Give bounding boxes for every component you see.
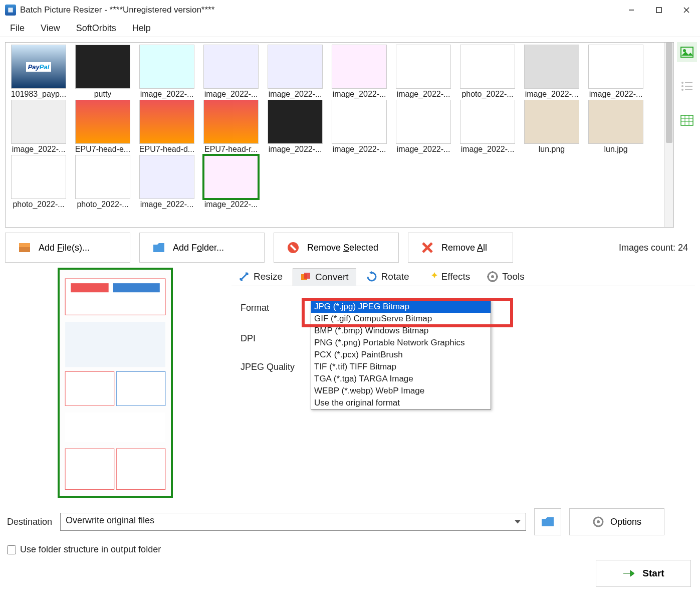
thumbnail-label: image_2022-... [525,90,579,99]
add-files-button[interactable]: Add File(s)... [5,233,130,263]
thumbnail-image [139,155,194,199]
tab-rotate[interactable]: Rotate [359,268,416,286]
svg-rect-30 [116,371,165,406]
format-option[interactable]: Use the original format [311,397,491,409]
thumbnail-image [332,45,387,89]
options-button[interactable]: Options [569,508,664,535]
svg-rect-28 [65,322,165,367]
menu-help[interactable]: Help [125,21,158,36]
remove-icon [286,241,300,255]
thumbnail-image [75,155,130,199]
use-folder-structure-checkbox[interactable] [7,545,16,554]
format-label: Format [241,303,311,313]
svg-rect-31 [65,413,165,442]
svg-rect-26 [71,283,108,292]
folder-icon [152,241,166,255]
thumbnail-item[interactable]: photo_2022-... [456,45,519,99]
thumbnail-item[interactable]: image_2022-... [136,155,198,209]
convert-form: Format Use the original format DPI JPEG … [231,286,695,405]
menu-view[interactable]: View [34,21,67,36]
thumbnail-item[interactable]: EPU7-head-e... [72,100,134,154]
thumbnail-item[interactable]: image_2022-... [200,155,262,209]
thumbnail-label: image_2022-... [397,90,450,99]
thumbnail-label: photo_2022-... [13,200,64,209]
thumbnail-item[interactable]: image_2022-... [521,45,583,99]
thumbnail-item[interactable]: photo_2022-... [72,155,134,209]
remove-all-icon [420,241,434,255]
thumbnail-image [11,100,66,144]
thumbnail-item[interactable]: image_2022-... [328,100,390,154]
thumbnail-item[interactable]: image_2022-... [264,45,326,99]
format-option[interactable]: WEBP (*.webp) WebP Image [311,385,491,397]
folder-open-icon [541,516,555,528]
bottom-panel: Destination Overwrite original files Opt… [0,503,700,592]
thumbnail-image [203,155,259,199]
svg-point-11 [681,89,683,91]
thumbnail-item[interactable]: putty [72,45,134,99]
thumbnail-label: EPU7-head-r... [204,145,258,154]
thumbnail-item[interactable]: image_2022-... [456,100,519,154]
tab-tools[interactable]: Tools [480,268,531,286]
tab-resize[interactable]: Resize [231,268,290,286]
menu-softorbits[interactable]: SoftOrbits [69,21,123,36]
thumbnail-image [75,45,130,89]
thumbnail-item[interactable]: lun.jpg [585,100,647,154]
thumbnail-item[interactable]: image_2022-... [200,45,262,99]
add-folder-button[interactable]: Add Folder... [139,233,265,263]
thumbnail-label: EPU7-head-d... [139,145,194,154]
thumbnail-label: image_2022-... [269,145,322,154]
close-button[interactable] [672,0,700,20]
preview-image [58,268,173,498]
thumbnail-scrollbar[interactable] [664,43,673,227]
tab-effects[interactable]: Effects [419,268,478,286]
remove-all-button[interactable]: Remove All [408,233,513,263]
thumbnail-image: PayPal [11,45,66,89]
thumbnail-label: 101983_payp... [11,90,66,99]
format-option[interactable]: BMP (*.bmp) Windows Bitmap [311,325,491,337]
minimize-button[interactable] [617,0,645,20]
thumbnail-item[interactable]: image_2022-... [392,45,454,99]
tabstrip: Resize Convert Rotate Effects Tools [231,268,695,286]
maximize-button[interactable] [645,0,672,20]
svg-rect-33 [116,449,165,489]
svg-rect-2 [656,8,661,13]
window-title: Batch Picture Resizer - ****Unregistered… [20,5,617,15]
format-option[interactable]: PCX (*.pcx) PaintBrush [311,349,491,361]
thumbnail-item[interactable]: image_2022-... [264,100,326,154]
view-thumbnails-button[interactable] [677,42,697,62]
tab-convert[interactable]: Convert [293,268,356,286]
thumbnail-label: EPU7-head-e... [75,145,130,154]
thumbnail-item[interactable]: PayPal101983_payp... [8,45,70,99]
format-dropdown[interactable]: JPG (*.jpg) JPEG BitmapGIF (*.gif) Compu… [311,300,491,410]
remove-selected-button[interactable]: Remove Selected [274,233,399,263]
format-option[interactable]: JPG (*.jpg) JPEG Bitmap [311,301,491,313]
thumbnail-item[interactable]: image_2022-... [585,45,647,99]
view-list-button[interactable] [677,76,697,96]
view-details-button[interactable] [677,110,697,130]
thumbnail-image [139,45,194,89]
thumbnail-image [460,100,515,144]
browse-folder-button[interactable] [534,508,561,535]
thumbnail-item[interactable]: image_2022-... [328,45,390,99]
format-option[interactable]: TGA (*.tga) TARGA Image [311,373,491,385]
destination-combobox[interactable]: Overwrite original files [60,513,526,531]
convert-icon [300,272,311,283]
start-button[interactable]: Start [596,560,691,587]
format-option[interactable]: TIF (*.tif) TIFF Bitmap [311,361,491,373]
thumbnail-item[interactable]: image_2022-... [136,45,198,99]
svg-point-7 [681,82,683,84]
thumbnail-item[interactable]: image_2022-... [392,100,454,154]
thumbnail-item[interactable]: image_2022-... [8,100,70,154]
menu-file[interactable]: File [3,21,32,36]
thumbnail-item[interactable]: lun.png [521,100,583,154]
thumbnail-item[interactable]: EPU7-head-d... [136,100,198,154]
thumbnail-label: image_2022-... [12,145,66,154]
format-option[interactable]: PNG (*.png) Portable Network Graphics [311,337,491,349]
thumbnail-item[interactable]: photo_2022-... [8,155,70,209]
tools-icon [487,271,498,282]
thumbnail-image [524,45,579,89]
format-option[interactable]: GIF (*.gif) CompuServe Bitmap [311,313,491,325]
thumbnail-image [203,100,259,144]
thumbnail-grid[interactable]: PayPal101983_payp...puttyimage_2022-...i… [6,43,664,227]
thumbnail-item[interactable]: EPU7-head-r... [200,100,262,154]
